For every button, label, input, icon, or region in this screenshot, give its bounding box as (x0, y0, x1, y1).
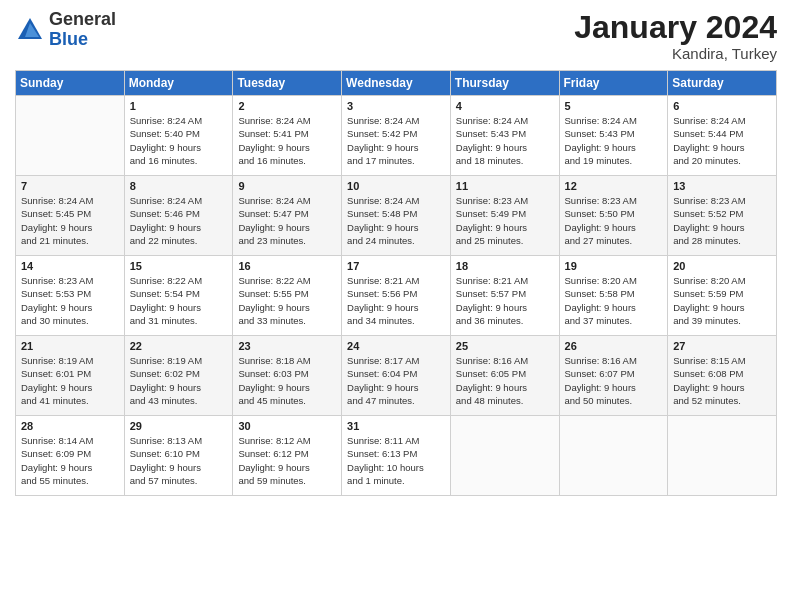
day-number: 18 (456, 260, 554, 272)
calendar-cell: 1Sunrise: 8:24 AM Sunset: 5:40 PM Daylig… (124, 96, 233, 176)
calendar-cell: 8Sunrise: 8:24 AM Sunset: 5:46 PM Daylig… (124, 176, 233, 256)
day-number: 1 (130, 100, 228, 112)
day-header: Saturday (668, 71, 777, 96)
location: Kandira, Turkey (574, 45, 777, 62)
cell-info: Sunrise: 8:22 AM Sunset: 5:54 PM Dayligh… (130, 274, 228, 327)
calendar-cell: 21Sunrise: 8:19 AM Sunset: 6:01 PM Dayli… (16, 336, 125, 416)
day-number: 24 (347, 340, 445, 352)
calendar-cell: 24Sunrise: 8:17 AM Sunset: 6:04 PM Dayli… (342, 336, 451, 416)
cell-info: Sunrise: 8:24 AM Sunset: 5:46 PM Dayligh… (130, 194, 228, 247)
day-number: 21 (21, 340, 119, 352)
cell-info: Sunrise: 8:22 AM Sunset: 5:55 PM Dayligh… (238, 274, 336, 327)
calendar-cell (450, 416, 559, 496)
day-header: Thursday (450, 71, 559, 96)
day-number: 28 (21, 420, 119, 432)
title-block: January 2024 Kandira, Turkey (574, 10, 777, 62)
day-number: 14 (21, 260, 119, 272)
day-number: 22 (130, 340, 228, 352)
cell-info: Sunrise: 8:16 AM Sunset: 6:05 PM Dayligh… (456, 354, 554, 407)
cell-info: Sunrise: 8:11 AM Sunset: 6:13 PM Dayligh… (347, 434, 445, 487)
calendar-cell: 15Sunrise: 8:22 AM Sunset: 5:54 PM Dayli… (124, 256, 233, 336)
cell-info: Sunrise: 8:23 AM Sunset: 5:53 PM Dayligh… (21, 274, 119, 327)
page-header: General Blue January 2024 Kandira, Turke… (15, 10, 777, 62)
calendar-cell: 27Sunrise: 8:15 AM Sunset: 6:08 PM Dayli… (668, 336, 777, 416)
day-number: 25 (456, 340, 554, 352)
day-number: 17 (347, 260, 445, 272)
day-number: 6 (673, 100, 771, 112)
day-number: 11 (456, 180, 554, 192)
logo-general: General (49, 10, 116, 30)
calendar-cell: 10Sunrise: 8:24 AM Sunset: 5:48 PM Dayli… (342, 176, 451, 256)
calendar-cell (559, 416, 668, 496)
calendar-cell: 19Sunrise: 8:20 AM Sunset: 5:58 PM Dayli… (559, 256, 668, 336)
cell-info: Sunrise: 8:15 AM Sunset: 6:08 PM Dayligh… (673, 354, 771, 407)
cell-info: Sunrise: 8:14 AM Sunset: 6:09 PM Dayligh… (21, 434, 119, 487)
cell-info: Sunrise: 8:23 AM Sunset: 5:52 PM Dayligh… (673, 194, 771, 247)
day-header: Tuesday (233, 71, 342, 96)
cell-info: Sunrise: 8:24 AM Sunset: 5:43 PM Dayligh… (565, 114, 663, 167)
cell-info: Sunrise: 8:16 AM Sunset: 6:07 PM Dayligh… (565, 354, 663, 407)
page-container: General Blue January 2024 Kandira, Turke… (0, 0, 792, 612)
day-header: Wednesday (342, 71, 451, 96)
calendar-cell: 31Sunrise: 8:11 AM Sunset: 6:13 PM Dayli… (342, 416, 451, 496)
day-header: Sunday (16, 71, 125, 96)
calendar-cell: 5Sunrise: 8:24 AM Sunset: 5:43 PM Daylig… (559, 96, 668, 176)
cell-info: Sunrise: 8:21 AM Sunset: 5:56 PM Dayligh… (347, 274, 445, 327)
day-number: 5 (565, 100, 663, 112)
cell-info: Sunrise: 8:23 AM Sunset: 5:49 PM Dayligh… (456, 194, 554, 247)
calendar-cell: 2Sunrise: 8:24 AM Sunset: 5:41 PM Daylig… (233, 96, 342, 176)
day-number: 7 (21, 180, 119, 192)
cell-info: Sunrise: 8:24 AM Sunset: 5:45 PM Dayligh… (21, 194, 119, 247)
cell-info: Sunrise: 8:24 AM Sunset: 5:42 PM Dayligh… (347, 114, 445, 167)
logo-blue: Blue (49, 30, 116, 50)
cell-info: Sunrise: 8:20 AM Sunset: 5:58 PM Dayligh… (565, 274, 663, 327)
day-number: 13 (673, 180, 771, 192)
calendar-cell (16, 96, 125, 176)
calendar-cell: 26Sunrise: 8:16 AM Sunset: 6:07 PM Dayli… (559, 336, 668, 416)
day-number: 20 (673, 260, 771, 272)
cell-info: Sunrise: 8:24 AM Sunset: 5:41 PM Dayligh… (238, 114, 336, 167)
day-number: 29 (130, 420, 228, 432)
cell-info: Sunrise: 8:24 AM Sunset: 5:48 PM Dayligh… (347, 194, 445, 247)
day-number: 19 (565, 260, 663, 272)
day-number: 27 (673, 340, 771, 352)
day-number: 2 (238, 100, 336, 112)
calendar-cell: 23Sunrise: 8:18 AM Sunset: 6:03 PM Dayli… (233, 336, 342, 416)
day-number: 10 (347, 180, 445, 192)
cell-info: Sunrise: 8:20 AM Sunset: 5:59 PM Dayligh… (673, 274, 771, 327)
cell-info: Sunrise: 8:24 AM Sunset: 5:40 PM Dayligh… (130, 114, 228, 167)
day-number: 3 (347, 100, 445, 112)
calendar-cell: 9Sunrise: 8:24 AM Sunset: 5:47 PM Daylig… (233, 176, 342, 256)
cell-info: Sunrise: 8:18 AM Sunset: 6:03 PM Dayligh… (238, 354, 336, 407)
logo: General Blue (15, 10, 116, 50)
cell-info: Sunrise: 8:17 AM Sunset: 6:04 PM Dayligh… (347, 354, 445, 407)
calendar-cell: 3Sunrise: 8:24 AM Sunset: 5:42 PM Daylig… (342, 96, 451, 176)
calendar-cell: 7Sunrise: 8:24 AM Sunset: 5:45 PM Daylig… (16, 176, 125, 256)
cell-info: Sunrise: 8:13 AM Sunset: 6:10 PM Dayligh… (130, 434, 228, 487)
day-number: 16 (238, 260, 336, 272)
calendar-cell: 22Sunrise: 8:19 AM Sunset: 6:02 PM Dayli… (124, 336, 233, 416)
day-number: 30 (238, 420, 336, 432)
calendar-cell: 28Sunrise: 8:14 AM Sunset: 6:09 PM Dayli… (16, 416, 125, 496)
day-header: Monday (124, 71, 233, 96)
calendar-cell: 20Sunrise: 8:20 AM Sunset: 5:59 PM Dayli… (668, 256, 777, 336)
day-number: 15 (130, 260, 228, 272)
calendar-cell: 30Sunrise: 8:12 AM Sunset: 6:12 PM Dayli… (233, 416, 342, 496)
calendar-cell: 4Sunrise: 8:24 AM Sunset: 5:43 PM Daylig… (450, 96, 559, 176)
day-number: 12 (565, 180, 663, 192)
cell-info: Sunrise: 8:19 AM Sunset: 6:01 PM Dayligh… (21, 354, 119, 407)
cell-info: Sunrise: 8:24 AM Sunset: 5:44 PM Dayligh… (673, 114, 771, 167)
day-number: 9 (238, 180, 336, 192)
calendar-cell: 11Sunrise: 8:23 AM Sunset: 5:49 PM Dayli… (450, 176, 559, 256)
cell-info: Sunrise: 8:24 AM Sunset: 5:47 PM Dayligh… (238, 194, 336, 247)
cell-info: Sunrise: 8:19 AM Sunset: 6:02 PM Dayligh… (130, 354, 228, 407)
day-number: 31 (347, 420, 445, 432)
day-number: 23 (238, 340, 336, 352)
calendar-cell: 25Sunrise: 8:16 AM Sunset: 6:05 PM Dayli… (450, 336, 559, 416)
calendar-cell: 6Sunrise: 8:24 AM Sunset: 5:44 PM Daylig… (668, 96, 777, 176)
calendar-cell: 29Sunrise: 8:13 AM Sunset: 6:10 PM Dayli… (124, 416, 233, 496)
day-number: 4 (456, 100, 554, 112)
day-number: 8 (130, 180, 228, 192)
calendar-cell (668, 416, 777, 496)
calendar-cell: 16Sunrise: 8:22 AM Sunset: 5:55 PM Dayli… (233, 256, 342, 336)
